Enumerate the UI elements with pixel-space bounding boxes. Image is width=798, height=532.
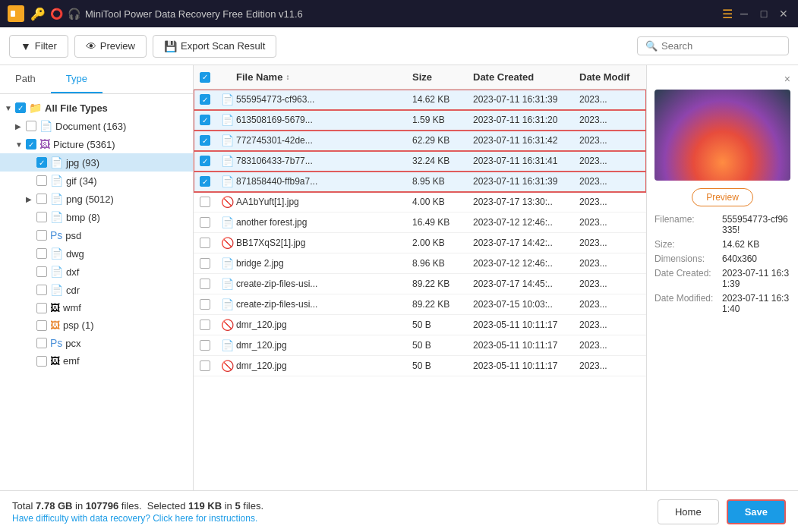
table-row[interactable]: 🚫 AA1bYuft[1].jpg 4.00 KB 2023-07-17 13:… <box>194 192 646 212</box>
tab-path[interactable]: Path <box>0 65 51 93</box>
tree-item-emf[interactable]: 🖼 emf <box>0 352 193 370</box>
eye-icon: 👁 <box>86 40 96 52</box>
tree-item-psp[interactable]: 🖼 psp (1) <box>0 316 193 334</box>
table-row[interactable]: 🚫 BB17XqS2[1].jpg 2.00 KB 2023-07-17 14:… <box>194 233 646 253</box>
preview-image <box>654 90 790 181</box>
jpg-icon: 📄 <box>50 156 63 168</box>
row-checkbox[interactable] <box>200 197 210 207</box>
tree-item-picture[interactable]: ▼ ✓ 🖼 Picture (5361) <box>0 135 193 153</box>
table-row[interactable]: ✓ 📄 555954773-cf963... 14.62 KB 2023-07-… <box>194 90 646 110</box>
picture-expander[interactable]: ▼ <box>15 140 26 149</box>
picture-checkbox[interactable]: ✓ <box>26 139 36 150</box>
minimize-button[interactable]: ─ <box>737 7 751 20</box>
jpg-label: jpg (93) <box>66 157 99 168</box>
row-checkbox[interactable] <box>200 299 210 310</box>
search-input[interactable] <box>661 40 781 52</box>
table-row[interactable]: ✓ 📄 783106433-7b77... 32.24 KB 2023-07-1… <box>194 151 646 172</box>
table-row[interactable]: 🚫 dmr_120.jpg 50 B 2023-05-11 10:11:17 2… <box>194 356 646 376</box>
status-buttons: Home Save <box>658 499 786 524</box>
table-row[interactable]: ✓ 📄 871858440-ffb9a7... 8.95 KB 2023-07-… <box>194 172 646 192</box>
tree-item-gif[interactable]: 📄 gif (34) <box>0 172 193 190</box>
file-size: 14.62 KB <box>412 94 473 105</box>
pcx-checkbox[interactable] <box>36 338 47 348</box>
root-expander[interactable]: ▼ <box>5 104 15 112</box>
dwg-checkbox[interactable] <box>36 248 47 259</box>
document-checkbox[interactable] <box>26 121 36 131</box>
table-row[interactable]: ✓ 📄 613508169-5679... 1.59 KB 2023-07-11… <box>194 110 646 131</box>
save-button[interactable]: Save <box>727 499 786 524</box>
table-row[interactable]: ✓ 📄 772745301-42de... 62.29 KB 2023-07-1… <box>194 131 646 151</box>
preview-action-button[interactable]: Preview <box>692 188 753 206</box>
row-checkbox[interactable]: ✓ <box>200 176 210 187</box>
row-checkbox[interactable]: ✓ <box>200 115 210 125</box>
tree-root[interactable]: ▼ ✓ 📁 All File Types <box>0 99 193 117</box>
row-checkbox-cell: ✓ <box>200 94 221 105</box>
row-checkbox[interactable]: ✓ <box>200 156 210 166</box>
tree-item-cdr[interactable]: 📄 cdr <box>0 281 193 299</box>
cdr-checkbox[interactable] <box>36 285 47 295</box>
file-name: bridge 2.jpg <box>236 258 412 269</box>
psd-label: psd <box>65 230 81 241</box>
tree-item-psd[interactable]: Ps psd <box>0 226 193 244</box>
row-checkbox[interactable]: ✓ <box>200 94 210 105</box>
file-name: 772745301-42de... <box>236 135 412 146</box>
cdr-label: cdr <box>66 285 80 296</box>
filter-button[interactable]: ▼ Filter <box>9 35 68 58</box>
tree-item-pcx[interactable]: Ps pcx <box>0 334 193 352</box>
row-checkbox[interactable] <box>200 217 210 228</box>
maximize-button[interactable]: □ <box>757 7 771 20</box>
close-button[interactable]: ✕ <box>777 7 790 20</box>
file-name: create-zip-files-usi... <box>236 299 412 310</box>
row-checkbox[interactable] <box>200 238 210 248</box>
tree-item-dwg[interactable]: 📄 dwg <box>0 244 193 263</box>
dxf-checkbox[interactable] <box>36 266 47 277</box>
document-expander[interactable]: ▶ <box>15 122 26 131</box>
table-row[interactable]: 📄 create-zip-files-usi... 89.22 KB 2023-… <box>194 294 646 315</box>
wmf-checkbox[interactable] <box>36 303 47 313</box>
table-row[interactable]: 📄 another forest.jpg 16.49 KB 2023-07-12… <box>194 212 646 233</box>
tree-item-jpg[interactable]: ✓ 📄 jpg (93) <box>0 153 193 172</box>
tree-item-dxf[interactable]: 📄 dxf <box>0 263 193 281</box>
tab-type[interactable]: Type <box>51 65 103 93</box>
toolbar: ▼ Filter 👁 Preview 💾 Export Scan Result … <box>0 27 798 65</box>
row-checkbox-cell <box>200 238 221 248</box>
psp-checkbox[interactable] <box>36 320 47 331</box>
png-expander[interactable]: ▶ <box>26 195 36 203</box>
tree-item-bmp[interactable]: 📄 bmp (8) <box>0 208 193 226</box>
home-button[interactable]: Home <box>658 499 719 524</box>
row-checkbox[interactable] <box>200 279 210 289</box>
row-checkbox-cell: ✓ <box>200 135 221 146</box>
preview-close-button[interactable]: × <box>654 73 790 85</box>
tree-item-document[interactable]: ▶ 📄 Document (163) <box>0 117 193 135</box>
row-checkbox-cell: ✓ <box>200 115 221 125</box>
psd-checkbox[interactable] <box>36 230 47 241</box>
row-checkbox[interactable]: ✓ <box>200 135 210 146</box>
table-row[interactable]: 🚫 dmr_120.jpg 50 B 2023-05-11 10:11:17 2… <box>194 315 646 335</box>
preview-button[interactable]: 👁 Preview <box>74 35 147 58</box>
file-date-created: 2023-07-15 10:03:.. <box>473 299 579 310</box>
cdr-icon: 📄 <box>50 284 63 296</box>
gif-checkbox[interactable] <box>36 175 47 186</box>
row-checkbox[interactable] <box>200 258 210 269</box>
row-checkbox[interactable] <box>200 340 210 351</box>
jpg-checkbox[interactable]: ✓ <box>36 157 47 168</box>
header-date-modified: Date Modif <box>579 71 640 83</box>
menu-icon[interactable]: ☰ <box>722 7 733 21</box>
select-all-checkbox[interactable]: ✓ <box>200 72 210 83</box>
row-checkbox[interactable] <box>200 360 210 371</box>
root-checkbox[interactable]: ✓ <box>15 102 26 113</box>
date-modified-label: Date Modified: <box>654 293 719 314</box>
png-checkbox[interactable] <box>36 194 47 204</box>
emf-checkbox[interactable] <box>36 356 47 367</box>
table-row[interactable]: 📄 bridge 2.jpg 8.96 KB 2023-07-12 12:46:… <box>194 253 646 274</box>
tree-item-png[interactable]: ▶ 📄 png (5012) <box>0 190 193 208</box>
bmp-checkbox[interactable] <box>36 212 47 222</box>
table-row[interactable]: 📄 create-zip-files-usi... 89.22 KB 2023-… <box>194 274 646 294</box>
help-link[interactable]: Have difficulty with data recovery? Clic… <box>12 513 658 524</box>
export-button[interactable]: 💾 Export Scan Result <box>153 35 276 58</box>
file-size: 4.00 KB <box>412 197 473 207</box>
file-date-created: 2023-05-11 10:11:17 <box>473 360 579 371</box>
table-row[interactable]: 📄 dmr_120.jpg 50 B 2023-05-11 10:11:17 2… <box>194 335 646 356</box>
tree-item-wmf[interactable]: 🖼 wmf <box>0 299 193 316</box>
row-checkbox[interactable] <box>200 320 210 330</box>
